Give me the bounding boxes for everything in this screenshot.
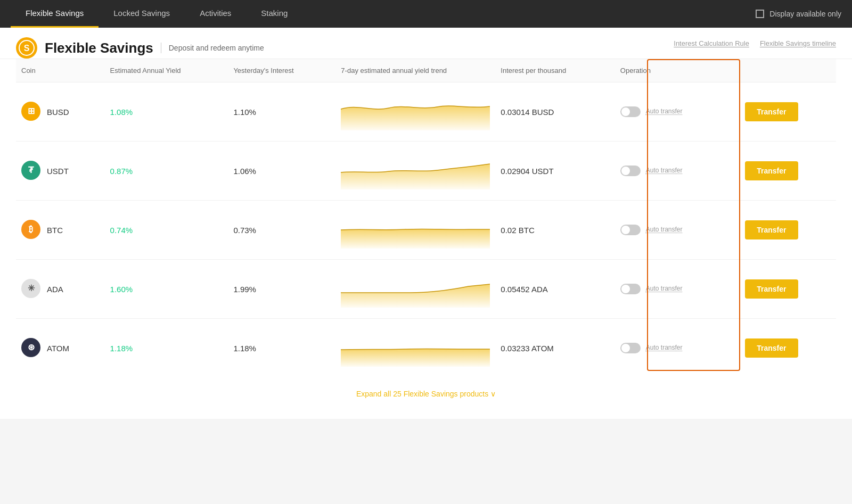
action-cell-atom: Transfer <box>740 319 836 378</box>
operation-cell-atom: Auto transfer <box>611 319 740 378</box>
chart-cell-btc <box>335 201 495 260</box>
action-cell-busd: Transfer <box>740 82 836 142</box>
col-action <box>740 59 836 82</box>
btc-operation: Auto transfer <box>620 225 730 235</box>
savings-table: Coin Estimated Annual Yield Yesterday's … <box>16 59 836 377</box>
coin-cell-busd: ⊞ BUSD <box>16 82 105 142</box>
btc-transfer-button[interactable]: Transfer <box>745 220 798 239</box>
btc-name: BTC <box>47 226 63 235</box>
operation-cell-usdt: Auto transfer <box>611 142 740 201</box>
coin-cell-usdt: ₮ USDT <box>16 142 105 201</box>
coin-cell-btc: ₿ BTC <box>16 201 105 260</box>
usdt-name: USDT <box>47 167 69 176</box>
usdt-operation: Auto transfer <box>620 166 730 176</box>
coin-cell-ada: ✳ ADA <box>16 260 105 319</box>
ada-icon: ✳ <box>21 279 40 300</box>
expand-link[interactable]: Expand all 25 Flexible Savings products … <box>356 390 496 398</box>
usdt-icon: ₮ <box>21 161 40 181</box>
ada-yield: 1.60% <box>110 285 133 294</box>
atom-interest-per-thousand: 0.03233 ATOM <box>501 344 554 353</box>
nav-right: Display available only <box>756 10 841 18</box>
chart-cell-busd <box>335 82 495 142</box>
col-trend: 7-day estimated annual yield trend <box>335 59 495 82</box>
ada-auto-transfer-toggle[interactable] <box>620 284 641 294</box>
display-available-checkbox[interactable] <box>756 10 764 18</box>
usdt-sparkline <box>341 152 490 189</box>
interest-per-thousand-cell-atom: 0.03233 ATOM <box>495 319 610 378</box>
usdt-yield: 0.87% <box>110 167 133 176</box>
expand-row: Expand all 25 Flexible Savings products … <box>16 377 836 403</box>
main-content: Coin Estimated Annual Yield Yesterday's … <box>0 59 852 419</box>
usdt-auto-transfer-toggle[interactable] <box>620 166 641 176</box>
interest-per-thousand-cell-ada: 0.05452 ADA <box>495 260 610 319</box>
timeline-link[interactable]: Flexible Savings timeline <box>760 39 836 47</box>
interest-per-thousand-cell-btc: 0.02 BTC <box>495 201 610 260</box>
operation-cell-busd: Auto transfer <box>611 82 740 142</box>
busd-operation: Auto transfer <box>620 106 730 117</box>
page-header: S Flexible Savings Deposit and redeem an… <box>0 28 852 59</box>
atom-yield: 1.18% <box>110 344 133 353</box>
atom-name: ATOM <box>47 344 69 353</box>
btc-interest-per-thousand: 0.02 BTC <box>501 226 534 235</box>
btc-icon: ₿ <box>21 220 40 241</box>
ada-yesterday: 1.99% <box>233 285 256 294</box>
table-row: ₮ USDT 0.87% 1.06% 0.02904 USDT <box>16 142 836 201</box>
usdt-interest-per-thousand: 0.02904 USDT <box>501 167 553 176</box>
action-cell-usdt: Transfer <box>740 142 836 201</box>
yield-cell-busd: 1.08% <box>105 82 228 142</box>
yield-cell-atom: 1.18% <box>105 319 228 378</box>
title-divider <box>161 43 161 53</box>
svg-text:₿: ₿ <box>29 225 33 234</box>
ada-auto-transfer-label: Auto transfer <box>646 285 683 293</box>
atom-icon: ⊛ <box>21 338 40 359</box>
busd-auto-transfer-label: Auto transfer <box>646 108 683 116</box>
tab-flexible-savings[interactable]: Flexible Savings <box>11 0 99 28</box>
table-row: ⊞ BUSD 1.08% 1.10% 0.03014 BUSD <box>16 82 836 142</box>
svg-text:✳: ✳ <box>28 284 35 293</box>
usdt-auto-transfer-label: Auto transfer <box>646 167 683 175</box>
busd-sparkline <box>341 93 490 130</box>
coin-cell-atom: ⊛ ATOM <box>16 319 105 378</box>
action-cell-ada: Transfer <box>740 260 836 319</box>
busd-transfer-button[interactable]: Transfer <box>745 102 798 121</box>
table-wrapper: Coin Estimated Annual Yield Yesterday's … <box>16 59 836 403</box>
svg-text:S: S <box>24 44 30 53</box>
top-navigation: Flexible Savings Locked Savings Activiti… <box>0 0 852 28</box>
nav-tabs: Flexible Savings Locked Savings Activiti… <box>11 0 302 28</box>
tab-staking[interactable]: Staking <box>246 0 302 28</box>
table-body: ⊞ BUSD 1.08% 1.10% 0.03014 BUSD <box>16 82 836 378</box>
busd-auto-transfer-toggle[interactable] <box>620 106 641 117</box>
busd-yesterday: 1.10% <box>233 108 256 117</box>
page-title-group: S Flexible Savings Deposit and redeem an… <box>16 37 264 59</box>
yesterday-cell-btc: 0.73% <box>228 201 335 260</box>
atom-operation: Auto transfer <box>620 343 730 353</box>
usdt-transfer-button[interactable]: Transfer <box>745 161 798 180</box>
yield-cell-usdt: 0.87% <box>105 142 228 201</box>
atom-auto-transfer-toggle[interactable] <box>620 343 641 353</box>
col-interest-per-thousand: Interest per thousand <box>495 59 610 82</box>
interest-rule-link[interactable]: Interest Calculation Rule <box>674 39 749 47</box>
table-row: ⊛ ATOM 1.18% 1.18% 0.03233 ATOM <box>16 319 836 378</box>
yesterday-cell-ada: 1.99% <box>228 260 335 319</box>
atom-yesterday: 1.18% <box>233 344 256 353</box>
chart-cell-atom <box>335 319 495 378</box>
tab-locked-savings[interactable]: Locked Savings <box>99 0 185 28</box>
table-header: Coin Estimated Annual Yield Yesterday's … <box>16 59 836 82</box>
svg-text:₮: ₮ <box>28 166 34 175</box>
interest-per-thousand-cell-usdt: 0.02904 USDT <box>495 142 610 201</box>
atom-sparkline <box>341 329 490 367</box>
interest-per-thousand-cell-busd: 0.03014 BUSD <box>495 82 610 142</box>
btc-auto-transfer-toggle[interactable] <box>620 225 641 235</box>
atom-transfer-button[interactable]: Transfer <box>745 338 798 358</box>
btc-yesterday: 0.73% <box>233 226 256 235</box>
table-row: ₿ BTC 0.74% 0.73% 0.02 BTC <box>16 201 836 260</box>
yesterday-cell-usdt: 1.06% <box>228 142 335 201</box>
tab-activities[interactable]: Activities <box>185 0 246 28</box>
chart-cell-ada <box>335 260 495 319</box>
display-available-label: Display available only <box>769 10 841 18</box>
btc-yield: 0.74% <box>110 226 133 235</box>
ada-transfer-button[interactable]: Transfer <box>745 279 798 299</box>
yield-cell-btc: 0.74% <box>105 201 228 260</box>
btc-auto-transfer-label: Auto transfer <box>646 226 683 234</box>
yesterday-cell-atom: 1.18% <box>228 319 335 378</box>
